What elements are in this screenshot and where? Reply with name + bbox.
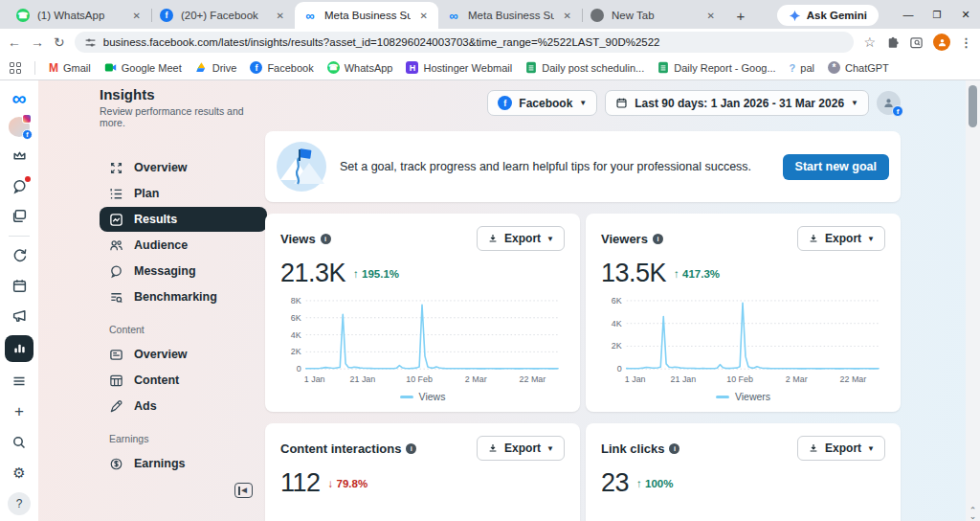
profile-avatar[interactable] [933,34,950,51]
tab-meta-business-suite-active[interactable]: ∞ Meta Business Suite ✕ [295,2,438,29]
views-line-chart: 02K4K6K8K1 Jan21 Jan10 Feb2 Mar22 Mar [280,294,565,389]
bookmark-facebook[interactable]: fFacebook [250,61,313,74]
tab-close-icon[interactable]: ✕ [704,10,718,22]
tab-close-icon[interactable]: ✕ [417,10,431,22]
info-icon[interactable]: i [406,443,416,454]
scrollbar-thumb[interactable] [969,85,977,127]
bookmark-daily-report[interactable]: Daily Report - Goog... [657,61,775,74]
start-new-goal-button[interactable]: Start new goal [783,154,889,180]
viewers-line-chart: 02K4K6K1 Jan21 Jan10 Feb2 Mar22 Mar [601,294,885,389]
goal-banner-text: Set a goal, track progress and learn hel… [340,160,769,173]
new-tab-button[interactable]: + [729,4,752,27]
nav-item-earnings[interactable]: Earnings [100,451,267,476]
insights-nav: Overview Plan Results Audience [100,155,267,476]
goal-illustration [277,142,326,192]
tab-title: (1) WhatsApp [37,10,123,21]
site-settings-icon[interactable] [84,36,97,49]
date-range-selector[interactable]: Last 90 days: 1 Jan 2026 - 31 Mar 2026 ▼ [605,90,869,116]
nav-item-results-active[interactable]: Results [100,207,267,232]
svg-text:1 Jan: 1 Jan [304,374,325,384]
bookmark-pal[interactable]: ?pal [790,62,814,74]
side-panel-search-icon[interactable] [909,35,924,50]
page-profile-avatar[interactable]: f [877,91,901,115]
metric-delta: ↑ 195.1% [353,268,399,280]
tab-close-icon[interactable]: ✕ [274,10,287,22]
meta-logo[interactable]: ∞ [12,88,27,108]
tab-facebook[interactable]: f (20+) Facebook ✕ [151,2,295,29]
reload-icon[interactable]: ↻ [54,34,65,50]
minimize-button[interactable]: — [894,9,923,20]
nav-item-overview[interactable]: Overview [100,155,267,180]
export-button[interactable]: Export▼ [477,226,565,251]
forward-icon[interactable]: → [31,34,44,50]
svg-text:2 Mar: 2 Mar [786,374,808,384]
earnings-section-label: Earnings [109,433,267,444]
home-icon[interactable] [8,146,31,167]
content-section-label: Content [109,324,267,335]
bookmark-whatsapp[interactable]: ☎WhatsApp [327,61,393,74]
menu-dots-icon[interactable]: ⋮ [960,35,972,50]
content-stack-icon[interactable] [8,205,31,226]
facebook-badge-icon: f [892,105,903,117]
settings-gear-icon[interactable]: ⚙ [8,462,31,485]
nav-item-messaging[interactable]: Messaging [100,259,267,283]
bookmark-daily-post[interactable]: Daily post schedulin... [525,61,644,74]
business-avatar[interactable]: f [9,117,30,137]
card-title: Viewersi [601,232,663,246]
bookmark-google-meet[interactable]: Google Meet [104,61,182,74]
tab-new-tab[interactable]: New Tab ✕ [582,2,725,29]
bookmark-drive[interactable]: Drive [195,61,237,74]
export-button[interactable]: Export▼ [477,436,565,461]
address-bar[interactable]: business.facebook.com/latest/insights/re… [75,32,855,53]
help-icon[interactable]: ? [8,492,31,515]
tab-title: (20+) Facebook [181,10,267,21]
export-button[interactable]: Export▼ [797,436,885,461]
tab-whatsapp[interactable]: ☎ (1) WhatsApp ✕ [8,2,151,29]
tab-close-icon[interactable]: ✕ [561,10,574,22]
bookmark-star-icon[interactable]: ☆ [863,34,876,50]
account-selector[interactable]: f Facebook ▼ [487,90,597,116]
svg-text:6K: 6K [612,296,622,306]
search-icon[interactable] [8,431,31,454]
info-icon[interactable]: i [653,234,663,244]
collapse-sidebar-button[interactable]: ◀ [234,483,253,498]
ads-megaphone-icon[interactable] [8,305,31,326]
planner-calendar-icon[interactable] [8,275,31,296]
nav-item-plan[interactable]: Plan [100,181,267,206]
tab-title: Meta Business Suite [324,10,411,21]
scrollbar-arrows[interactable]: ⌃⌄ [969,509,977,519]
download-icon [487,233,499,244]
chevron-down-icon: ▼ [546,444,554,453]
url-text: business.facebook.com/latest/insights/re… [103,36,660,48]
page-scrollbar[interactable]: ⌃⌄ [966,80,980,521]
nav-item-benchmarking[interactable]: Benchmarking [100,284,267,309]
insights-icon-active[interactable] [5,335,33,362]
nav-item-content[interactable]: Content [100,368,267,393]
back-icon[interactable]: ← [8,34,21,50]
info-icon[interactable]: i [321,234,331,244]
bookmark-chatgpt[interactable]: *ChatGPT [828,61,889,74]
create-icon[interactable] [8,245,31,266]
add-icon[interactable]: + [8,400,31,423]
bookmark-hostinger[interactable]: HHostinger Webmail [406,61,512,74]
tab-meta-business-suite-2[interactable]: ∞ Meta Business Suite ✕ [438,2,582,29]
tab-close-icon[interactable]: ✕ [130,10,144,22]
export-button[interactable]: Export▼ [797,226,885,251]
messages-icon[interactable] [8,175,31,196]
all-tools-icon[interactable] [8,371,31,392]
ask-gemini-button[interactable]: Ask Gemini [777,5,879,26]
download-icon [808,442,819,454]
browser-tab-bar: ☎ (1) WhatsApp ✕ f (20+) Facebook ✕ ∞ Me… [0,0,980,29]
insights-page: Insights Review performance results and … [38,80,980,521]
metric-value: 23 [601,468,629,498]
info-icon[interactable]: i [669,443,679,454]
viewers-card: Viewersi Export▼ 13.5K ↑ 417.3% 02K4K6K1… [586,214,901,412]
maximize-button[interactable]: ❐ [923,10,951,20]
apps-grid-icon[interactable] [10,62,21,74]
nav-item-content-overview[interactable]: Overview [100,342,267,367]
nav-item-ads[interactable]: Ads [100,394,267,419]
bookmark-gmail[interactable]: MGmail [49,61,91,75]
close-button[interactable]: ✕ [951,9,980,21]
extensions-icon[interactable] [885,35,900,50]
nav-item-audience[interactable]: Audience [100,233,267,258]
